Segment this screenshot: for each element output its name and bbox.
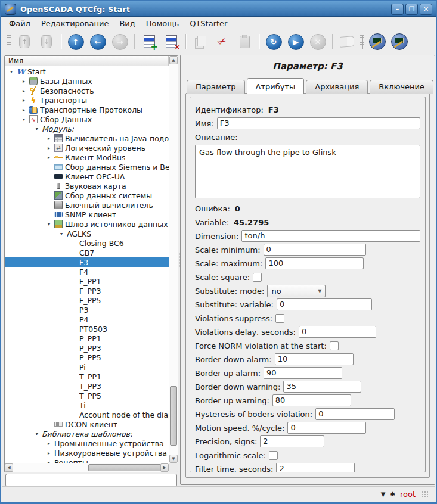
- tree-item-4[interactable]: ▸Транспортные Протоколы: [5, 105, 169, 114]
- tab-3[interactable]: Включение: [370, 80, 433, 94]
- violations-suppress-checkbox[interactable]: [275, 314, 284, 323]
- menu-item-1[interactable]: Редактирование: [36, 18, 114, 29]
- tree-item-38[interactable]: ▾Библиотека шаблонов:: [5, 429, 169, 438]
- delete-item-button[interactable]: ✕: [162, 33, 180, 51]
- back-button[interactable]: ←: [89, 33, 107, 51]
- scale-maximum-input[interactable]: 100: [265, 257, 364, 269]
- substitute-mode-select[interactable]: no▼: [267, 285, 326, 297]
- violations-delay-input[interactable]: 0: [299, 326, 376, 338]
- tree-item-0[interactable]: ▾Start: [5, 67, 169, 76]
- tree-item-7[interactable]: ▸Вычислитель на Java-подоб: [5, 133, 169, 143]
- current-user-label[interactable]: root: [400, 490, 416, 499]
- tree-item-26[interactable]: P4: [5, 315, 169, 324]
- tree-item-20[interactable]: F3: [5, 257, 169, 267]
- up-level-button[interactable]: ↑: [67, 33, 85, 51]
- scroll-down-icon[interactable]: ▼: [169, 455, 178, 463]
- tree-item-30[interactable]: P_PP5: [5, 353, 169, 362]
- tree-item-5[interactable]: ▾Сбор Данных: [5, 114, 169, 124]
- tree-item-17[interactable]: ▾AGLKS: [5, 229, 169, 238]
- logarithmic-scale-checkbox[interactable]: [269, 451, 278, 460]
- tree-item-3[interactable]: ▸Транспорты: [5, 95, 169, 105]
- scroll-right-icon[interactable]: ▶: [160, 463, 169, 472]
- border-up-warning-input[interactable]: 80: [272, 394, 351, 406]
- tree-filter-input[interactable]: [5, 474, 177, 487]
- tree-item-41[interactable]: ▸Рецепты: [5, 458, 169, 463]
- tray-chevron-icon[interactable]: ▼: [381, 491, 386, 497]
- precision-input[interactable]: 2: [260, 435, 324, 447]
- tree-item-33[interactable]: T_PP3: [5, 381, 169, 391]
- tree-item-39[interactable]: ▸Промышленные устройства: [5, 438, 169, 448]
- tree-item-35[interactable]: Ti: [5, 400, 169, 410]
- resize-grip[interactable]: [421, 491, 429, 498]
- tree-item-29[interactable]: P_PP3: [5, 343, 169, 353]
- cut-item-button[interactable]: ✂: [213, 33, 231, 51]
- scroll-up-icon[interactable]: ▲: [169, 56, 178, 64]
- hysteresis-input[interactable]: 0: [315, 408, 395, 420]
- tree-item-19[interactable]: CB7: [5, 248, 169, 257]
- tree-item-6[interactable]: ▾Модуль:: [5, 124, 169, 133]
- refresh-button[interactable]: ↻: [265, 33, 283, 51]
- scroll-left-icon[interactable]: ◀: [5, 463, 13, 472]
- description-textarea[interactable]: Gas flow through the pipe to Glinsk: [195, 145, 420, 198]
- minimize-button[interactable]: –: [391, 4, 404, 15]
- vertical-scroll-thumb[interactable]: [170, 386, 177, 446]
- tree-item-18[interactable]: Closing BC6: [5, 238, 169, 248]
- motion-speed-input[interactable]: 0: [287, 422, 366, 434]
- tree-item-13[interactable]: Сбор данных системы: [5, 191, 169, 200]
- tab-0[interactable]: Параметр: [187, 80, 245, 94]
- tree-item-21[interactable]: F4: [5, 267, 169, 276]
- tree-item-12[interactable]: Звуковая карта: [5, 181, 169, 191]
- qtstarter-vision-button[interactable]: [368, 33, 386, 51]
- tree-horizontal-scrollbar[interactable]: ◀ ▶: [5, 463, 169, 472]
- qtstarter-config-button[interactable]: [390, 33, 408, 51]
- substitute-variable-input[interactable]: 0: [277, 298, 372, 310]
- force-norm-violation-checkbox[interactable]: [330, 341, 339, 350]
- tree-vertical-scrollbar[interactable]: ▲ ▼: [169, 56, 178, 463]
- tree-item-16[interactable]: ▾Шлюз источников данных: [5, 219, 169, 229]
- tree-item-22[interactable]: F_PP1: [5, 276, 169, 286]
- scale-minimum-input[interactable]: 0: [264, 244, 366, 256]
- tree-item-34[interactable]: T_PP5: [5, 391, 169, 400]
- start-update-button[interactable]: ▶: [287, 33, 305, 51]
- tree-item-8[interactable]: ▸Логический уровень: [5, 143, 169, 153]
- border-down-warning-input[interactable]: 35: [283, 381, 361, 393]
- modified-indicator-icon[interactable]: ✱: [390, 491, 395, 497]
- tree-item-27[interactable]: PT0503: [5, 324, 169, 334]
- border-up-alarm-input[interactable]: 90: [264, 367, 342, 379]
- name-input[interactable]: F3: [217, 117, 420, 129]
- tree-item-24[interactable]: F_PP5: [5, 295, 169, 305]
- tree-item-36[interactable]: Account node of the diap: [5, 410, 169, 419]
- tab-1[interactable]: Атрибуты: [247, 78, 305, 94]
- tree-item-23[interactable]: F_PP3: [5, 286, 169, 295]
- identifier-label: Идентификатор:: [195, 105, 264, 114]
- dimension-input[interactable]: ton/h: [241, 230, 420, 242]
- tree-item-9[interactable]: ▸Клиент ModBus: [5, 153, 169, 162]
- tree-item-31[interactable]: Pi: [5, 362, 169, 372]
- tree-item-10[interactable]: Сбор данных Siemens и Be: [5, 162, 169, 172]
- filter-time-input[interactable]: 2: [276, 463, 355, 472]
- tree-item-32[interactable]: T_PP1: [5, 372, 169, 381]
- menu-item-3[interactable]: Помощь: [141, 18, 184, 29]
- tree-item-2[interactable]: ▸Безопасность: [5, 86, 169, 95]
- horizontal-scroll-thumb[interactable]: [88, 464, 161, 471]
- tab-2[interactable]: Архивация: [306, 80, 368, 94]
- add-item-button[interactable]: +: [140, 33, 158, 51]
- tree-item-14[interactable]: Блочный вычислитель: [5, 200, 169, 210]
- scale-square-checkbox[interactable]: [253, 273, 262, 282]
- tree-item-37[interactable]: DCON клиент: [5, 419, 169, 429]
- tree-item-15[interactable]: SNMP клиент: [5, 210, 169, 219]
- menu-item-4[interactable]: QTStarter: [184, 18, 233, 29]
- menu-item-2[interactable]: Вид: [114, 18, 140, 29]
- menu-item-0[interactable]: Файл: [4, 18, 36, 29]
- tree-item-28[interactable]: P_PP1: [5, 334, 169, 343]
- precision-input-label: Precision, signs:: [195, 437, 257, 446]
- title-bar[interactable]: OpenSCADA QTCfg: Start –❐✕: [1, 1, 436, 17]
- tree-item-11[interactable]: Клиент OPC-UA: [5, 172, 169, 181]
- maximize-button[interactable]: ❐: [405, 4, 418, 15]
- tree-item-40[interactable]: ▸Низкоуровневые устройства: [5, 448, 169, 458]
- expander-closed-icon: ▸: [21, 107, 27, 113]
- border-down-alarm-input[interactable]: 10: [275, 353, 354, 365]
- tree-item-25[interactable]: P3: [5, 305, 169, 315]
- tree-item-1[interactable]: ▸Базы Данных: [5, 76, 169, 86]
- close-button[interactable]: ✕: [420, 4, 432, 15]
